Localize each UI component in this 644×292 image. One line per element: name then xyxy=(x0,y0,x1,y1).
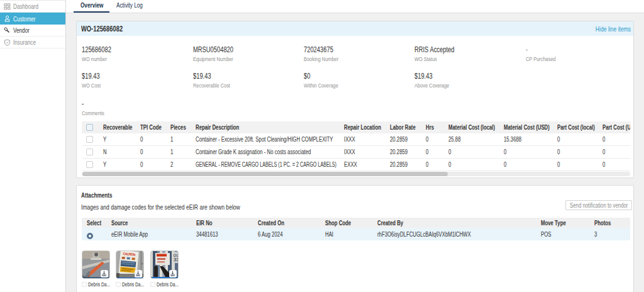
svg-text:33: 33 xyxy=(174,257,179,262)
